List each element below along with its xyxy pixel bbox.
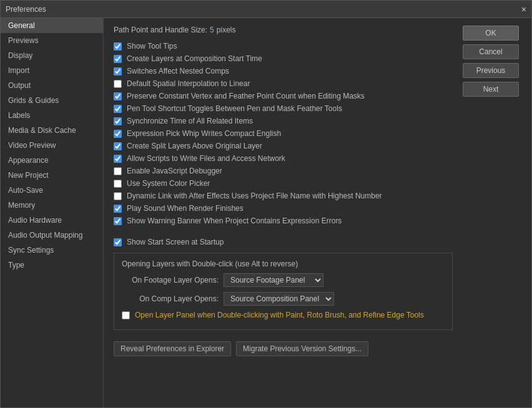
- cb6-checkbox[interactable]: [114, 105, 122, 113]
- cb2-checkbox[interactable]: [114, 55, 122, 63]
- comp-label: On Comp Layer Opens:: [122, 294, 219, 303]
- checkbox-row-cb14: Play Sound When Render Finishes: [114, 204, 453, 213]
- cb11-label[interactable]: Enable JavaScript Debugger: [127, 167, 222, 175]
- cb8-label[interactable]: Expression Pick Whip Writes Compact Engl…: [127, 129, 281, 138]
- start-screen-row: Show Start Screen at Startup: [114, 238, 453, 246]
- next-button[interactable]: Next: [463, 82, 519, 97]
- sidebar: GeneralPreviewsDisplayImportOutputGrids …: [1, 18, 104, 407]
- cb12-label[interactable]: Use System Color Picker: [127, 179, 210, 188]
- path-point-value: 5: [210, 26, 214, 34]
- checkbox-row-cb2: Create Layers at Composition Start Time: [114, 54, 453, 63]
- path-point-label: Path Point and Handle Size:: [114, 26, 207, 34]
- comp-layer-dropdown[interactable]: Source Composition Panel Layer Panel Com…: [224, 292, 334, 306]
- sidebar-item-audio-output-mapping[interactable]: Audio Output Mapping: [1, 228, 103, 243]
- cb1-label[interactable]: Show Tool Tips: [127, 42, 177, 51]
- reveal-button[interactable]: Reveal Preferences in Explorer: [114, 341, 231, 356]
- sidebar-item-display[interactable]: Display: [1, 48, 103, 63]
- footage-layer-dropdown[interactable]: Source Footage Panel Layer Panel Composi…: [224, 273, 323, 287]
- cb9-label[interactable]: Create Split Layers Above Original Layer: [127, 142, 262, 150]
- open-layer-panel-checkbox[interactable]: [122, 311, 130, 319]
- checkbox-row-cb5: Preserve Constant Vertex and Feather Poi…: [114, 92, 453, 100]
- sidebar-item-media---disk-cache[interactable]: Media & Disk Cache: [1, 123, 103, 138]
- checkbox-row-cb3: Switches Affect Nested Comps: [114, 67, 453, 75]
- main-content: GeneralPreviewsDisplayImportOutputGrids …: [1, 18, 531, 407]
- content-area: Path Point and Handle Size: 5 pixels Sho…: [104, 18, 463, 407]
- open-layer-panel-label[interactable]: Open Layer Panel when Double-clicking wi…: [135, 311, 424, 319]
- checkbox-row-cb15: Show Warning Banner When Project Contain…: [114, 216, 453, 225]
- cb8-checkbox[interactable]: [114, 130, 122, 138]
- cb12-checkbox[interactable]: [114, 180, 122, 188]
- checkbox-row-cb7: Synchronize Time of All Related Items: [114, 117, 453, 125]
- cb3-checkbox[interactable]: [114, 67, 122, 75]
- opening-layers-title: Opening Layers with Double-click (use Al…: [122, 260, 445, 268]
- checkbox-row-cb9: Create Split Layers Above Original Layer: [114, 142, 453, 150]
- sidebar-item-appearance[interactable]: Appearance: [1, 153, 103, 168]
- cancel-button[interactable]: Cancel: [463, 44, 519, 59]
- bottom-buttons: Reveal Preferences in Explorer Migrate P…: [114, 335, 453, 361]
- sidebar-item-grids---guides[interactable]: Grids & Guides: [1, 93, 103, 108]
- window-title: Preferences: [6, 5, 46, 14]
- cb14-label[interactable]: Play Sound When Render Finishes: [127, 204, 244, 213]
- sidebar-item-previews[interactable]: Previews: [1, 33, 103, 48]
- sidebar-item-memory[interactable]: Memory: [1, 198, 103, 213]
- checkbox-row-cb12: Use System Color Picker: [114, 179, 453, 188]
- cb5-checkbox[interactable]: [114, 92, 122, 100]
- open-layer-panel-row: Open Layer Panel when Double-clicking wi…: [122, 311, 445, 319]
- close-button[interactable]: ×: [521, 4, 526, 14]
- ok-button[interactable]: OK: [463, 26, 519, 41]
- sidebar-item-type[interactable]: Type: [1, 258, 103, 273]
- cb3-label[interactable]: Switches Affect Nested Comps: [127, 67, 229, 75]
- cb6-label[interactable]: Pen Tool Shortcut Toggles Between Pen an…: [127, 104, 342, 113]
- checkbox-row-cb6: Pen Tool Shortcut Toggles Between Pen an…: [114, 104, 453, 113]
- footage-label: On Footage Layer Opens:: [122, 276, 219, 284]
- checkboxes-container: Show Tool TipsCreate Layers at Compositi…: [114, 42, 453, 225]
- sidebar-item-labels[interactable]: Labels: [1, 108, 103, 123]
- footage-layer-row: On Footage Layer Opens: Source Footage P…: [122, 273, 445, 287]
- sidebar-item-new-project[interactable]: New Project: [1, 168, 103, 183]
- checkbox-row-cb1: Show Tool Tips: [114, 42, 453, 51]
- sidebar-item-sync-settings[interactable]: Sync Settings: [1, 243, 103, 258]
- cb11-checkbox[interactable]: [114, 167, 122, 175]
- sidebar-item-auto-save[interactable]: Auto-Save: [1, 183, 103, 198]
- cb10-checkbox[interactable]: [114, 155, 122, 163]
- cb7-checkbox[interactable]: [114, 117, 122, 125]
- cb9-checkbox[interactable]: [114, 142, 122, 150]
- cb15-label[interactable]: Show Warning Banner When Project Contain…: [127, 216, 342, 225]
- title-bar: Preferences ×: [1, 1, 531, 18]
- cb10-label[interactable]: Allow Scripts to Write Files and Access …: [127, 154, 285, 163]
- sidebar-item-video-preview[interactable]: Video Preview: [1, 138, 103, 153]
- cb5-label[interactable]: Preserve Constant Vertex and Feather Poi…: [127, 92, 365, 100]
- checkbox-row-cb4: Default Spatial Interpolation to Linear: [114, 79, 453, 88]
- opening-layers-panel: Opening Layers with Double-click (use Al…: [114, 253, 453, 330]
- comp-layer-row: On Comp Layer Opens: Source Composition …: [122, 292, 445, 306]
- cb4-label[interactable]: Default Spatial Interpolation to Linear: [127, 79, 250, 88]
- sidebar-item-output[interactable]: Output: [1, 78, 103, 93]
- cb4-checkbox[interactable]: [114, 80, 122, 88]
- previous-button[interactable]: Previous: [463, 63, 519, 78]
- path-point-unit: pixels: [217, 26, 236, 34]
- sidebar-item-audio-hardware[interactable]: Audio Hardware: [1, 213, 103, 228]
- cb14-checkbox[interactable]: [114, 205, 122, 213]
- migrate-button[interactable]: Migrate Previous Version Settings...: [236, 341, 368, 356]
- cb1-checkbox[interactable]: [114, 42, 122, 51]
- checkbox-row-cb11: Enable JavaScript Debugger: [114, 167, 453, 175]
- right-buttons: OK Cancel Previous Next: [463, 18, 531, 407]
- path-point-row: Path Point and Handle Size: 5 pixels: [114, 26, 453, 34]
- sidebar-item-import[interactable]: Import: [1, 63, 103, 78]
- cb2-label[interactable]: Create Layers at Composition Start Time: [127, 54, 262, 63]
- checkbox-row-cb8: Expression Pick Whip Writes Compact Engl…: [114, 129, 453, 138]
- start-screen-checkbox[interactable]: [114, 238, 122, 246]
- checkbox-row-cb10: Allow Scripts to Write Files and Access …: [114, 154, 453, 163]
- sidebar-item-general[interactable]: General: [1, 18, 103, 33]
- start-screen-label[interactable]: Show Start Screen at Startup: [127, 238, 224, 246]
- preferences-window: Preferences × GeneralPreviewsDisplayImpo…: [0, 0, 532, 408]
- cb15-checkbox[interactable]: [114, 217, 122, 225]
- cb13-checkbox[interactable]: [114, 192, 122, 200]
- cb7-label[interactable]: Synchronize Time of All Related Items: [127, 117, 253, 125]
- cb13-label[interactable]: Dynamic Link with After Effects Uses Pro…: [127, 192, 382, 200]
- checkbox-row-cb13: Dynamic Link with After Effects Uses Pro…: [114, 192, 453, 200]
